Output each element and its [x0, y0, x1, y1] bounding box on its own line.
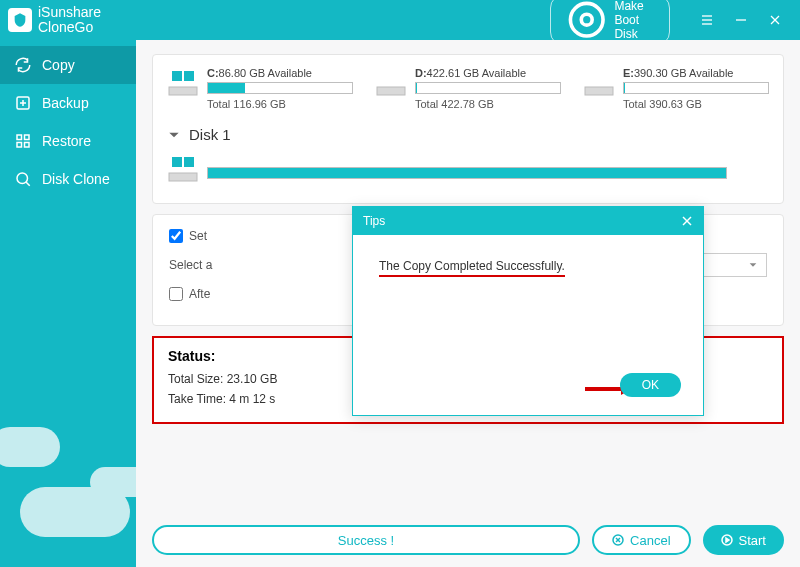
svg-rect-18	[172, 71, 182, 81]
disk-search-icon	[14, 170, 32, 188]
cancel-button[interactable]: Cancel	[592, 525, 690, 555]
sidebar-item-restore[interactable]: Restore	[0, 122, 136, 160]
refresh-icon	[14, 56, 32, 74]
drive-c[interactable]: C:86.80 GB Available Total 116.96 GB	[167, 67, 353, 110]
minimize-button[interactable]	[724, 0, 758, 40]
sidebar-item-copy[interactable]: Copy	[0, 46, 136, 84]
svg-rect-21	[585, 87, 613, 95]
drives-panel: C:86.80 GB Available Total 116.96 GB D:4…	[152, 54, 784, 204]
sidebar-item-label: Backup	[42, 95, 89, 111]
disk-section-label: Disk 1	[189, 126, 231, 143]
sidebar-item-label: Copy	[42, 57, 75, 73]
svg-point-0	[570, 4, 603, 37]
make-boot-disk-button[interactable]: Make Boot Disk	[550, 0, 670, 46]
svg-rect-20	[377, 87, 405, 95]
make-boot-disk-label: Make Boot Disk	[614, 0, 655, 41]
svg-rect-12	[25, 135, 30, 140]
svg-rect-19	[184, 71, 194, 81]
windows-drive-icon	[167, 153, 199, 185]
dialog-title: Tips	[363, 214, 385, 228]
sidebar-item-disk-clone[interactable]: Disk Clone	[0, 160, 136, 198]
chevron-down-icon	[748, 260, 758, 270]
decorative-clouds	[0, 387, 136, 567]
svg-point-15	[17, 173, 28, 184]
app-name: iSunshare CloneGo	[38, 5, 101, 36]
footer: Success ! Cancel Start	[152, 525, 784, 555]
svg-rect-22	[169, 173, 197, 181]
svg-rect-17	[169, 87, 197, 95]
drive-icon	[583, 67, 615, 99]
dialog-header: Tips	[353, 207, 703, 235]
svg-rect-24	[184, 157, 194, 167]
sidebar-item-label: Disk Clone	[42, 171, 110, 187]
drive-d[interactable]: D:422.61 GB Available Total 422.78 GB	[375, 67, 561, 110]
set-checkbox[interactable]	[169, 229, 183, 243]
play-circle-icon	[721, 534, 733, 546]
title-bar: iSunshare CloneGo Make Boot Disk	[0, 0, 800, 40]
set-label: Set	[189, 229, 207, 243]
sidebar: Copy Backup Restore Disk Clone	[0, 40, 136, 567]
svg-rect-11	[17, 135, 22, 140]
app-logo	[8, 8, 32, 32]
after-label: Afte	[189, 287, 210, 301]
svg-rect-14	[25, 143, 30, 148]
sidebar-item-backup[interactable]: Backup	[0, 84, 136, 122]
grid-icon	[14, 132, 32, 150]
svg-line-16	[26, 182, 30, 186]
svg-rect-13	[17, 143, 22, 148]
menu-button[interactable]	[690, 0, 724, 40]
drive-e[interactable]: E:390.30 GB Available Total 390.63 GB	[583, 67, 769, 110]
plus-box-icon	[14, 94, 32, 112]
disk-section-header[interactable]: Disk 1	[167, 126, 769, 143]
close-circle-icon	[612, 534, 624, 546]
svg-point-1	[581, 15, 592, 26]
disc-icon	[565, 0, 608, 42]
start-label: Start	[739, 533, 766, 548]
close-icon[interactable]	[681, 215, 693, 227]
success-bar: Success !	[152, 525, 580, 555]
svg-rect-23	[172, 157, 182, 167]
windows-drive-icon	[167, 67, 199, 99]
disk1-drive[interactable]	[167, 153, 769, 185]
after-checkbox[interactable]	[169, 287, 183, 301]
start-button[interactable]: Start	[703, 525, 784, 555]
cancel-label: Cancel	[630, 533, 670, 548]
chevron-down-icon	[167, 128, 181, 142]
dialog-message: The Copy Completed Successfully.	[379, 259, 565, 277]
ok-button[interactable]: OK	[620, 373, 681, 397]
close-button[interactable]	[758, 0, 792, 40]
tips-dialog: Tips The Copy Completed Successfully. OK	[352, 206, 704, 416]
drive-icon	[375, 67, 407, 99]
main-area: C:86.80 GB Available Total 116.96 GB D:4…	[136, 40, 800, 567]
sidebar-item-label: Restore	[42, 133, 91, 149]
select-label: Select a	[169, 258, 212, 272]
